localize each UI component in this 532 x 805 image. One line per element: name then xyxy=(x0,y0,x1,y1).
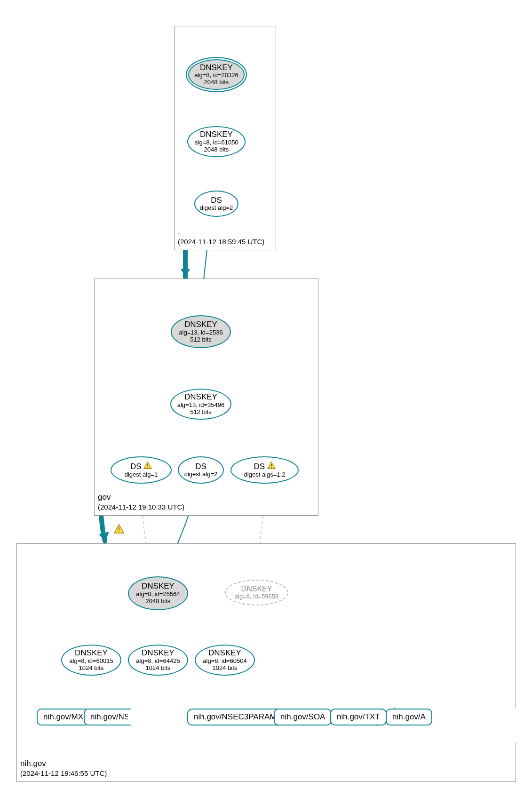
node-title: DS xyxy=(195,462,206,471)
zone-root-label: . (2024-11-12 18:59:45 UTC) xyxy=(178,227,264,247)
node-title: DNSKEY xyxy=(200,63,233,72)
node-title: DNSKEY xyxy=(200,130,233,139)
node-nih-zsk2[interactable]: DNSKEY alg=8, id=64425 1024 bits xyxy=(128,645,188,676)
zone-root-name: . xyxy=(178,227,264,237)
node-nih-missing-key[interactable]: DNSKEY alg=8, id=59659 xyxy=(225,580,288,606)
node-line2: 512 bits xyxy=(190,336,212,343)
node-nih-zsk3[interactable]: DNSKEY alg=8, id=60504 1024 bits xyxy=(195,645,255,676)
node-gov-ksk[interactable]: DNSKEY alg=13, id=2536 512 bits xyxy=(171,315,231,348)
node-title: DS xyxy=(130,462,142,471)
node-line1: digest alg=2 xyxy=(184,471,217,478)
node-gov-ds12[interactable]: DS ! digest algs=1,2 xyxy=(230,456,299,484)
zone-root-timestamp: (2024-11-12 18:59:45 UTC) xyxy=(178,237,264,247)
node-line2: 1024 bits xyxy=(79,665,104,672)
node-line1: alg=8, id=59659 xyxy=(235,593,278,600)
zone-nih-name: nih.gov xyxy=(20,758,107,769)
rrset-txt[interactable]: nih.gov/TXT xyxy=(330,709,387,725)
zone-gov-timestamp: (2024-11-12 19:10:33 UTC) xyxy=(98,502,184,512)
rrset-cds-missing[interactable]: ! nih.gov/CDS xyxy=(432,725,532,742)
node-title: DNSKEY xyxy=(142,582,175,591)
zone-nih-label: nih.gov (2024-11-12 19:46:55 UTC) xyxy=(20,758,107,778)
node-title: DNSKEY xyxy=(208,648,241,658)
node-nih-ksk[interactable]: DNSKEY alg=8, id=25564 2048 bits xyxy=(128,576,188,610)
node-line1: alg=8, id=20326 xyxy=(194,72,238,79)
node-line1: alg=8, id=60504 xyxy=(203,658,246,665)
node-gov-ds1[interactable]: DS ! digest alg=1 xyxy=(111,456,172,484)
node-root-ds[interactable]: DS digest alg=2 xyxy=(194,191,238,217)
node-line2: 1024 bits xyxy=(146,665,171,672)
node-title: DNSKEY xyxy=(241,585,272,593)
node-title: DNSKEY xyxy=(184,320,217,329)
node-line1: alg=8, id=60015 xyxy=(69,658,113,665)
node-line1: alg=8, id=61050 xyxy=(194,139,238,146)
node-line1: alg=13, id=35496 xyxy=(177,402,224,409)
node-line2: 2048 bits xyxy=(146,598,171,605)
node-line1: digest alg=2 xyxy=(200,205,233,212)
node-title: DS xyxy=(211,196,222,205)
zone-gov-label: gov (2024-11-12 19:10:33 UTC) xyxy=(98,492,184,512)
node-line1: alg=13, id=2536 xyxy=(179,329,222,336)
zone-gov-name: gov xyxy=(98,492,184,502)
zone-nih-timestamp: (2024-11-12 19:46:55 UTC) xyxy=(20,769,107,778)
node-line1: digest algs=1,2 xyxy=(244,471,286,478)
node-title: DS xyxy=(254,462,265,471)
dnssec-graph: . (2024-11-12 18:59:45 UTC) DNSKEY alg=8… xyxy=(0,0,532,805)
node-gov-ds2[interactable]: DS digest alg=2 xyxy=(178,456,224,484)
svg-text:!: ! xyxy=(147,463,149,469)
rrset-a[interactable]: nih.gov/A xyxy=(386,709,432,725)
warning-icon: ! xyxy=(143,462,152,470)
node-line2: 1024 bits xyxy=(213,665,238,672)
svg-text:!: ! xyxy=(118,526,120,533)
svg-text:!: ! xyxy=(270,463,272,469)
rrset-mx[interactable]: nih.gov/MX xyxy=(37,709,90,725)
node-root-zsk[interactable]: DNSKEY alg=8, id=61050 2048 bits xyxy=(187,126,246,157)
warning-icon: ! xyxy=(267,462,276,470)
node-line2: 2048 bits xyxy=(204,146,229,153)
node-title: DNSKEY xyxy=(142,648,175,658)
delegation-warning-icon: ! xyxy=(114,524,124,535)
node-line1: digest alg=1 xyxy=(125,471,158,478)
rrset-nsec3param[interactable]: nih.gov/NSEC3PARAM xyxy=(187,709,283,725)
node-title: DNSKEY xyxy=(75,648,108,658)
node-nih-zsk1[interactable]: DNSKEY alg=8, id=60015 1024 bits xyxy=(61,645,121,676)
node-line1: alg=8, id=25564 xyxy=(136,591,180,598)
node-root-ksk[interactable]: DNSKEY alg=8, id=20326 2048 bits xyxy=(186,57,247,92)
node-line2: 2048 bits xyxy=(204,79,229,86)
rrset-soa[interactable]: nih.gov/SOA xyxy=(274,709,332,725)
node-gov-zsk[interactable]: DNSKEY alg=13, id=35496 512 bits xyxy=(170,389,231,420)
node-line1: alg=8, id=64425 xyxy=(136,658,180,665)
node-line2: 512 bits xyxy=(190,409,212,416)
node-title: DNSKEY xyxy=(184,392,217,402)
